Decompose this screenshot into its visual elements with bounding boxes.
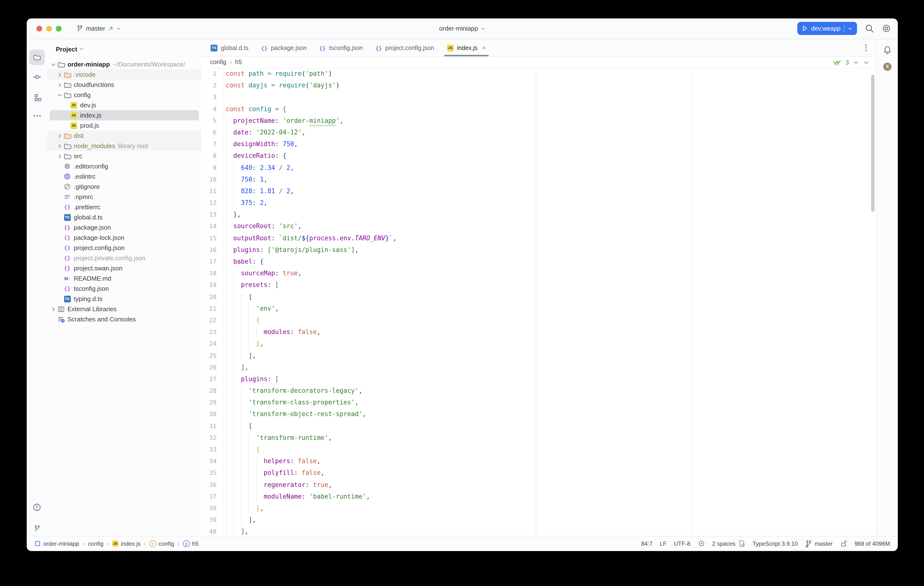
status-breadcrumb-h5[interactable]: ph5 [183,540,199,547]
tree-item-index.js[interactable]: JSindex.js [47,110,201,121]
line-number: 8 [201,150,224,162]
tree-item-src[interactable]: src [47,151,201,161]
window-title[interactable]: order-miniapp [439,25,485,32]
branch-widget[interactable]: master [76,25,120,32]
chevron-right-icon[interactable] [56,71,63,78]
status-item-utf-8[interactable]: UTF-8 [674,540,690,547]
tree-item-label: Scratches and Consoles [68,316,136,323]
zoom-window-button[interactable] [56,26,62,31]
status-breadcrumb-order-miniapp[interactable]: order-miniapp [35,540,79,547]
tool-button-version-control[interactable] [29,520,45,536]
tree-item-.vscode[interactable]: .vscode [47,70,201,79]
tree-item-prod.js[interactable]: JSprod.js [47,121,201,131]
code-line-10: 10 750: 1, [201,174,877,185]
status-item-highlight-level[interactable] [698,540,705,547]
status-item-master[interactable]: master [805,540,833,547]
tree-item-external-libraries[interactable]: External Libraries [47,304,201,314]
tree-item-.editorconfig[interactable]: .editorconfig [47,161,201,171]
tree-item-config[interactable]: config [47,90,201,100]
chevron-down-icon[interactable] [56,92,63,98]
code-text: babel: { [224,256,264,268]
inspection-widget[interactable]: 3 [833,58,869,67]
tree-item-readme.md[interactable]: M↓README.md [47,273,201,283]
tree-item-project.private.config.json[interactable]: {}project.private.config.json [47,253,201,263]
status-item-968-of-4096m[interactable]: 968 of 4096M [855,540,890,547]
tree-item-.prettierrc[interactable]: {}.prettierrc [47,202,201,212]
chevron-up-icon[interactable] [853,60,859,65]
tree-item-project.swan.json[interactable]: {}project.swan.json [47,263,201,273]
chevron-right-icon[interactable] [56,153,63,159]
tree-item-scratches-and-consoles[interactable]: Scratches and Consoles [47,314,201,324]
code-text: modules: false, [224,326,320,338]
gear-icon[interactable] [882,24,891,33]
code-line-20: 20 [ [201,291,877,303]
tool-button-more-tools[interactable] [29,108,45,123]
p-symbol-icon: p [183,540,190,547]
tool-button-project[interactable] [29,50,45,65]
code-text: [ [224,420,252,432]
indent-guide [241,387,242,525]
status-breadcrumb-config[interactable]: config [88,540,103,547]
tree-item-package.json[interactable]: {}package.json [47,222,201,233]
more-options-icon[interactable] [862,39,870,56]
tree-item-node-modules[interactable]: node_moduleslibrary root [47,141,201,151]
textfile-icon [63,193,71,200]
chevron-right-icon[interactable] [56,133,63,139]
chevron-right-icon[interactable] [50,306,57,312]
tool-button-notifications[interactable] [879,42,895,58]
tool-button-avatar[interactable]: X [879,59,895,74]
status-item-84:7[interactable]: 84:7 [641,540,652,547]
tree-item-typing.d.ts[interactable]: TStyping.d.ts [47,294,201,304]
line-number: 17 [201,256,224,268]
chevron-down-icon[interactable] [863,60,869,65]
editor-tab-tsconfig.json[interactable]: {}tsconfig.json [313,39,369,56]
tree-item-label: global.d.ts [74,214,102,221]
search-icon[interactable] [865,24,874,33]
chevron-right-icon[interactable] [56,82,63,88]
tool-button-problems[interactable] [29,500,45,515]
tool-button-structure[interactable] [29,89,45,105]
avatar-x-icon: X [883,62,891,71]
minimize-window-button[interactable] [46,26,52,31]
tree-item-.eslintrc[interactable]: .eslintrc [47,171,201,182]
code-line-25: 25 ], [201,350,877,361]
project-panel-title[interactable]: Project [56,45,77,53]
tree-item-global.d.ts[interactable]: TSglobal.d.ts [47,212,201,222]
status-item-2-spaces[interactable]: 2 spaces [712,540,745,547]
editor-tab-index.js[interactable]: JSindex.js× [441,39,492,56]
status-item-lock-open[interactable] [840,540,847,547]
tree-item-.npmrc[interactable]: .npmrc [47,192,201,202]
code-text: }, [224,503,264,514]
status-item-lf[interactable]: LF [660,540,667,547]
tree-item-cloudfunctions[interactable]: cloudfunctions [47,79,201,90]
breadcrumb-item-config[interactable]: config [210,59,226,66]
folder-icon [63,91,71,99]
tree-item-.gitignore[interactable]: .gitignore [47,182,201,192]
editor-tab-project.config.json[interactable]: {}project.config.json [369,39,441,56]
code-line-6: 6 date: '2022-04-12', [201,127,877,138]
chevron-down-icon[interactable] [50,61,57,67]
status-item-typescript-3.9.10[interactable]: TypeScript 3.9.10 [752,540,798,547]
tool-button-commit[interactable] [29,69,45,84]
run-configuration-button[interactable]: dev:weapp [797,22,857,35]
status-breadcrumb-index.js[interactable]: JSindex.js [112,540,140,547]
braces-icon: {} [63,204,71,210]
line-number: 3 [201,91,224,103]
editor-scrollbar[interactable] [871,75,874,212]
tree-item-order-miniapp[interactable]: order-miniapp~/Documents/Workspace/ [47,59,201,70]
tree-item-dist[interactable]: dist [47,131,201,141]
tree-item-project.config.json[interactable]: {}project.config.json [47,243,201,253]
line-number: 11 [201,185,224,197]
tree-item-package-lock.json[interactable]: {}package-lock.json [47,233,201,243]
breadcrumb-item-h5[interactable]: h5 [235,59,242,66]
chevron-right-icon[interactable] [56,143,63,149]
tree-item-label: .vscode [74,71,96,78]
editor-tab-global.d.ts[interactable]: TSglobal.d.ts [204,39,255,56]
tree-item-tsconfig.json[interactable]: {}tsconfig.json [47,283,201,294]
code-editor[interactable]: 1const path = require('path')2const dayj… [201,68,877,536]
tree-item-dev.js[interactable]: JSdev.js [47,100,201,110]
close-window-button[interactable] [36,26,42,31]
close-tab-icon[interactable]: × [482,44,485,51]
status-breadcrumb-config[interactable]: vconfig [150,540,174,547]
editor-tab-package.json[interactable]: {}package.json [255,39,313,56]
